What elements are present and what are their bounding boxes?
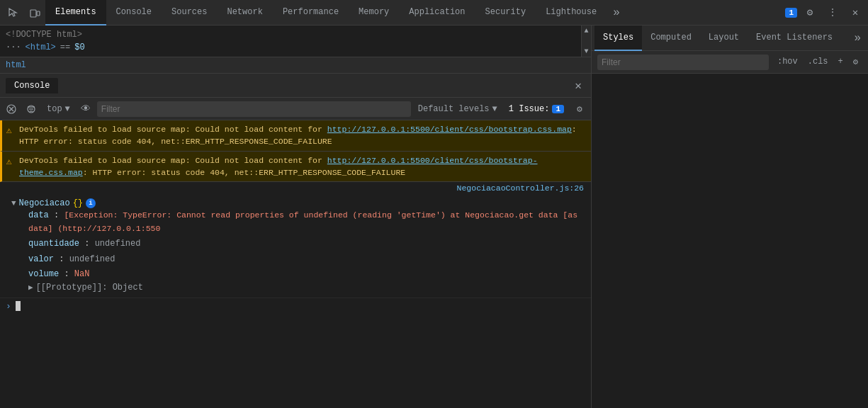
levels-selector[interactable]: Default levels ▼ bbox=[414, 103, 502, 115]
console-header: Console ✕ bbox=[0, 74, 591, 98]
console-prompt: › bbox=[0, 298, 591, 314]
issue-count: 1 bbox=[552, 105, 564, 113]
eye-icon[interactable]: 👁 bbox=[77, 101, 94, 118]
prop-key-quantidade: quantidade bbox=[28, 239, 79, 249]
property-volume: volume : NaN bbox=[11, 267, 585, 282]
console-content: DevTools failed to load source map: Coul… bbox=[0, 120, 591, 408]
scroll-down-arrow[interactable]: ▼ bbox=[582, 47, 591, 55]
device-toggle-icon[interactable] bbox=[24, 2, 45, 23]
tab-elements[interactable]: Elements bbox=[45, 0, 106, 26]
prop-key-volume: volume bbox=[28, 269, 59, 279]
elements-area: <!DOCTYPE html> ··· <html> == $0 ▲ ▼ bbox=[0, 26, 591, 57]
obj-expand-arrow[interactable]: ▼ bbox=[11, 199, 16, 208]
prop-key-data: data bbox=[28, 210, 49, 220]
obj-brace: {} bbox=[73, 198, 83, 208]
property-data: data : [Exception: TypeError: Cannot rea… bbox=[11, 208, 585, 237]
tab-performance[interactable]: Performance bbox=[273, 0, 349, 26]
close-devtools-icon[interactable]: ✕ bbox=[845, 3, 865, 23]
context-selector[interactable]: top ▼ bbox=[43, 103, 74, 115]
property-valor: valor : undefined bbox=[11, 252, 585, 267]
top-tab-bar: Elements Console Sources Network Perform… bbox=[0, 0, 868, 26]
obj-name: Negociacao bbox=[19, 198, 70, 208]
equals-sign: == bbox=[60, 42, 70, 52]
issue-badge[interactable]: 1 Issue: 1 bbox=[505, 103, 568, 115]
html-line: ··· <html> == $0 bbox=[6, 41, 585, 54]
console-filter-input[interactable] bbox=[101, 104, 407, 114]
levels-arrow: ▼ bbox=[492, 104, 497, 114]
settings-icon[interactable]: ⚙ bbox=[800, 3, 820, 23]
tab-security[interactable]: Security bbox=[475, 0, 536, 26]
cls-button[interactable]: .cls bbox=[804, 56, 833, 68]
console-settings-icon[interactable]: ⚙ bbox=[571, 101, 588, 118]
prop-colon-data: : bbox=[54, 210, 64, 220]
tab-console[interactable]: Console bbox=[106, 0, 162, 26]
dollar-zero: $0 bbox=[74, 42, 84, 52]
elements-breadcrumb: html bbox=[0, 57, 591, 74]
prop-value-volume: NaN bbox=[74, 269, 90, 279]
tab-memory[interactable]: Memory bbox=[349, 0, 399, 26]
inspect-icon[interactable] bbox=[3, 2, 24, 23]
scroll-up-arrow[interactable]: ▲ bbox=[582, 27, 591, 35]
tab-sources[interactable]: Sources bbox=[162, 0, 217, 26]
prototype-row[interactable]: ▶ [[Prototype]]: Object bbox=[11, 282, 585, 293]
hov-button[interactable]: :hov bbox=[773, 56, 802, 68]
prop-colon-volume: : bbox=[64, 269, 74, 279]
prop-colon-valor: : bbox=[59, 254, 69, 264]
html-dots: ··· bbox=[6, 42, 21, 52]
context-label: top bbox=[47, 104, 62, 114]
prompt-cursor[interactable] bbox=[16, 301, 21, 311]
tab-application[interactable]: Application bbox=[399, 0, 475, 26]
file-reference[interactable]: NegociacaoController.js:26 bbox=[0, 182, 591, 194]
breadcrumb-html[interactable]: html bbox=[6, 60, 26, 70]
svg-rect-1 bbox=[37, 11, 40, 16]
tab-event-listeners[interactable]: Event Listeners bbox=[748, 26, 841, 51]
styles-content bbox=[592, 74, 868, 408]
scroll-arrows: ▲ ▼ bbox=[581, 26, 591, 57]
tab-network[interactable]: Network bbox=[217, 0, 272, 26]
clear-console-icon[interactable] bbox=[3, 101, 20, 118]
warning-text-1a: DevTools failed to load source map: Coul… bbox=[19, 125, 327, 134]
object-output: ▼ Negociacao {} i data : [Exception: Typ… bbox=[0, 194, 591, 298]
filter-icon[interactable] bbox=[23, 101, 40, 118]
styles-settings-icon[interactable]: ⚙ bbox=[849, 56, 862, 68]
prototype-label: [[Prototype]]: Object bbox=[36, 283, 143, 293]
warning-message-2: DevTools failed to load source map: Coul… bbox=[0, 152, 591, 183]
prop-key-valor: valor bbox=[28, 254, 54, 264]
object-title[interactable]: ▼ Negociacao {} i bbox=[11, 198, 585, 208]
right-tabs: Styles Computed Layout Event Listeners » bbox=[592, 26, 868, 51]
prop-value-quantidade: undefined bbox=[95, 239, 141, 249]
add-style-button[interactable]: + bbox=[834, 56, 847, 68]
main-area: <!DOCTYPE html> ··· <html> == $0 ▲ ▼ htm… bbox=[0, 26, 868, 408]
tab-styles[interactable]: Styles bbox=[594, 26, 642, 51]
right-panel: Styles Computed Layout Event Listeners »… bbox=[592, 26, 868, 408]
more-tabs-icon[interactable]: » bbox=[607, 3, 626, 23]
filter-input-wrap bbox=[97, 101, 411, 117]
warning-link-1[interactable]: http://127.0.0.1:5500/client/css/bootstr… bbox=[327, 125, 572, 134]
left-panel: <!DOCTYPE html> ··· <html> == $0 ▲ ▼ htm… bbox=[0, 26, 592, 408]
right-more-tabs-icon[interactable]: » bbox=[850, 32, 865, 45]
prop-value-data: [Exception: TypeError: Cannot read prope… bbox=[28, 210, 577, 233]
styles-filter-bar: :hov .cls + ⚙ bbox=[592, 51, 868, 74]
customize-icon[interactable]: ⋮ bbox=[823, 3, 842, 23]
console-toolbar: top ▼ 👁 Default levels ▼ 1 Issue: 1 ⚙ bbox=[0, 98, 591, 120]
prop-value-valor: undefined bbox=[69, 254, 115, 264]
prompt-arrow: › bbox=[6, 301, 11, 312]
tab-computed[interactable]: Computed bbox=[642, 26, 700, 51]
warning-message-1: DevTools failed to load source map: Coul… bbox=[0, 120, 591, 152]
badge: 1 bbox=[785, 8, 797, 18]
prototype-arrow[interactable]: ▶ bbox=[28, 283, 33, 292]
console-tab[interactable]: Console bbox=[6, 78, 58, 94]
issue-label: 1 Issue: bbox=[509, 104, 550, 114]
tab-lighthouse[interactable]: Lighthouse bbox=[536, 0, 607, 26]
svg-rect-0 bbox=[30, 10, 36, 17]
obj-info-icon[interactable]: i bbox=[86, 198, 96, 208]
warning-text-2a: DevTools failed to load source map: Coul… bbox=[19, 156, 327, 165]
warning-text-2b: : HTTP error: status code 404, net::ERR_… bbox=[83, 168, 405, 177]
close-console-icon[interactable]: ✕ bbox=[571, 79, 585, 93]
tab-layout[interactable]: Layout bbox=[700, 26, 748, 51]
html-tag[interactable]: <html> bbox=[26, 42, 56, 52]
styles-filter-input[interactable] bbox=[597, 55, 769, 70]
prop-colon-quantidade: : bbox=[84, 239, 94, 249]
console-panel: Console ✕ bbox=[0, 74, 591, 408]
styles-filter-buttons: :hov .cls + ⚙ bbox=[773, 56, 862, 68]
